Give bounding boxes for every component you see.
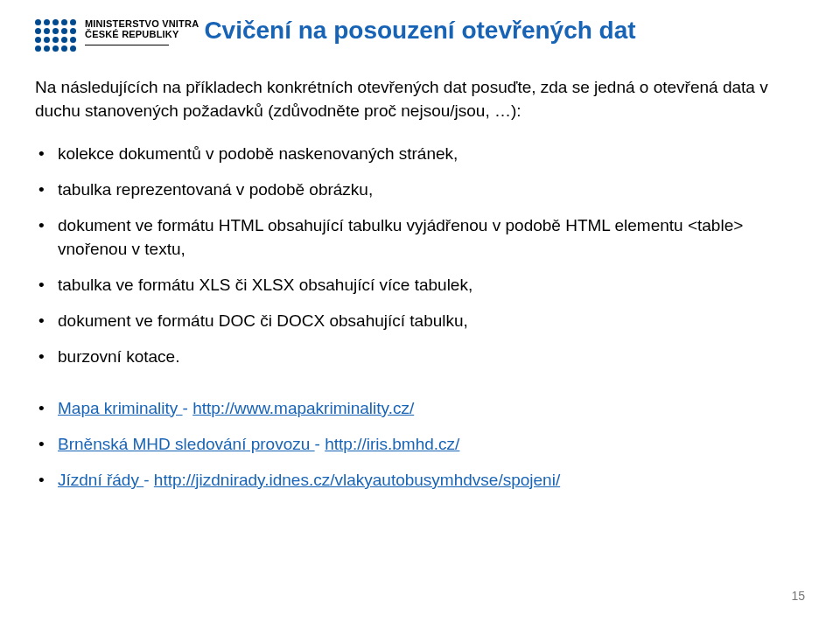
link-jizdni-rady-url[interactable]: http://jizdnirady.idnes.cz/vlakyautobusy…	[154, 471, 560, 489]
link-separator: -	[315, 435, 326, 453]
logo-dot	[44, 37, 50, 43]
logo-dot	[44, 19, 50, 25]
logo-dot	[61, 37, 67, 43]
logo-dot	[35, 19, 41, 25]
logo-dot	[70, 19, 76, 25]
list-item: Mapa kriminality - http://www.mapakrimin…	[35, 397, 805, 421]
list-item: kolekce dokumentů v podobě naskenovaných…	[35, 143, 805, 166]
logo-dot	[70, 28, 76, 34]
slide: MINISTERSTVO VNITRA ČESKÉ REPUBLIKY Cvič…	[0, 0, 840, 622]
logo-dot	[61, 45, 67, 52]
link-brnenska-mhd[interactable]: Brněnská MHD sledování provozu	[58, 435, 315, 453]
logo-dot	[35, 45, 41, 52]
logo-dot	[52, 19, 59, 25]
logo-dot	[70, 37, 76, 43]
list-item: dokument ve formátu DOC či DOCX obsahují…	[35, 310, 805, 333]
logo-dot	[35, 37, 41, 43]
list-item: Jízdní řády - http://jizdnirady.idnes.cz…	[35, 469, 805, 493]
link-separator: -	[183, 399, 193, 417]
list-item: tabulka ve formátu XLS či XLSX obsahujíc…	[35, 274, 805, 297]
list-item: dokument ve formátu HTML obsahující tabu…	[35, 214, 805, 262]
list-item: burzovní kotace.	[35, 346, 805, 369]
link-jizdni-rady[interactable]: Jízdní řády	[58, 471, 144, 489]
page-number: 15	[791, 589, 805, 603]
link-separator: -	[144, 471, 154, 489]
logo-dot	[70, 45, 76, 52]
list-item: Brněnská MHD sledování provozu - http://…	[35, 433, 805, 457]
logo-text: MINISTERSTVO VNITRA ČESKÉ REPUBLIKY	[85, 19, 199, 45]
logo-dot	[61, 19, 67, 25]
logo-dot	[35, 28, 41, 34]
logo-dot	[52, 28, 59, 34]
logo-dot	[52, 37, 59, 43]
list-item: tabulka reprezentovaná v podobě obrázku,	[35, 178, 805, 202]
slide-body: Na následujících na příkladech konkrétní…	[35, 76, 805, 493]
logo-line2: ČESKÉ REPUBLIKY	[85, 30, 199, 40]
logo-dot	[44, 45, 50, 52]
link-mapa-kriminality-url[interactable]: http://www.mapakriminality.cz/	[192, 399, 414, 417]
bullet-list: kolekce dokumentů v podobě naskenovaných…	[35, 143, 805, 369]
link-mapa-kriminality[interactable]: Mapa kriminality	[58, 399, 183, 417]
logo-dot	[44, 28, 50, 34]
link-brnenska-mhd-url[interactable]: http://iris.bmhd.cz/	[325, 435, 459, 453]
logo-rule	[85, 45, 169, 45]
links-list: Mapa kriminality - http://www.mapakrimin…	[35, 397, 805, 493]
logo-dots-grid	[35, 19, 76, 52]
logo-line1: MINISTERSTVO VNITRA	[85, 19, 199, 30]
intro-paragraph: Na následujících na příkladech konkrétní…	[35, 76, 805, 123]
logo-dot	[61, 28, 67, 34]
logo-dot	[52, 45, 59, 52]
